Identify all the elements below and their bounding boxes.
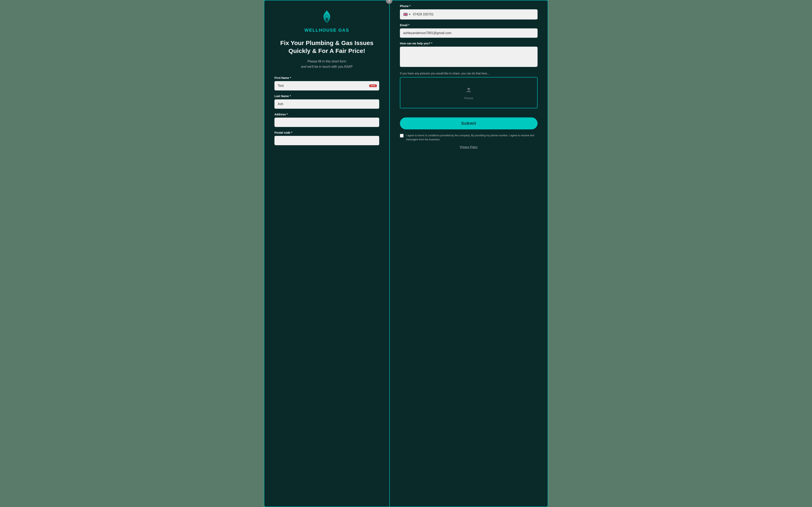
phone-input[interactable] [413,12,534,16]
terms-container: I agree to terms & conditions provided b… [400,133,538,142]
hero-title: Fix Your Plumbing & Gas Issues Quickly &… [274,39,379,55]
help-textarea[interactable] [400,47,538,67]
first-name-input[interactable] [274,81,379,91]
terms-text: I agree to terms & conditions provided b… [406,133,538,142]
hero-subtitle: Please fill in this short form and we'll… [274,59,379,69]
submit-button[interactable]: Submit [400,117,538,129]
postal-code-group: Postal code * [274,131,379,145]
postal-code-input[interactable] [274,136,379,145]
brand-name: WELLHOUSE GAS [274,27,379,33]
first-name-icon [369,84,377,87]
modal-overlay: ✕ WELLHOUSE GAS Fix Your Plumbing & Gas … [264,0,548,507]
last-name-group: Last Name * [274,95,379,109]
last-name-label: Last Name * [274,95,379,98]
picture-group: If you have any pictures you would like … [400,72,538,108]
phone-label: Phone * [400,4,538,8]
first-name-label: First Name * [274,76,379,79]
email-input[interactable] [400,29,538,38]
country-flag-selector[interactable]: 🇬🇧 ▼ [403,12,411,17]
left-panel: ✕ WELLHOUSE GAS Fix Your Plumbing & Gas … [264,0,390,507]
address-input[interactable] [274,118,379,127]
picture-instructions: If you have any pictures you would like … [400,72,538,75]
email-label: Email * [400,23,538,27]
address-label: Address * [274,113,379,116]
upload-text: Picture [404,97,533,100]
phone-input-wrapper: 🇬🇧 ▼ [400,9,538,19]
brand-logo [319,8,335,25]
first-name-input-wrapper [274,81,379,91]
upload-area[interactable]: Picture [400,77,538,108]
phone-group: Phone * 🇬🇧 ▼ [400,4,538,19]
first-name-group: First Name * [274,76,379,91]
logo-container: WELLHOUSE GAS [274,8,379,33]
privacy-policy-link[interactable]: Privacy Policy [400,146,538,149]
help-group: How can we help you? * [400,42,538,68]
right-panel: Phone * 🇬🇧 ▼ Email * How can we help you… [390,0,548,507]
flag-emoji: 🇬🇧 [403,12,408,17]
upload-icon [404,86,533,95]
terms-checkbox[interactable] [400,134,404,137]
last-name-input[interactable] [274,99,379,109]
address-group: Address * [274,113,379,127]
help-label: How can we help you? * [400,42,538,45]
email-group: Email * [400,23,538,38]
dropdown-arrow-icon: ▼ [408,13,411,16]
postal-code-label: Postal code * [274,131,379,134]
